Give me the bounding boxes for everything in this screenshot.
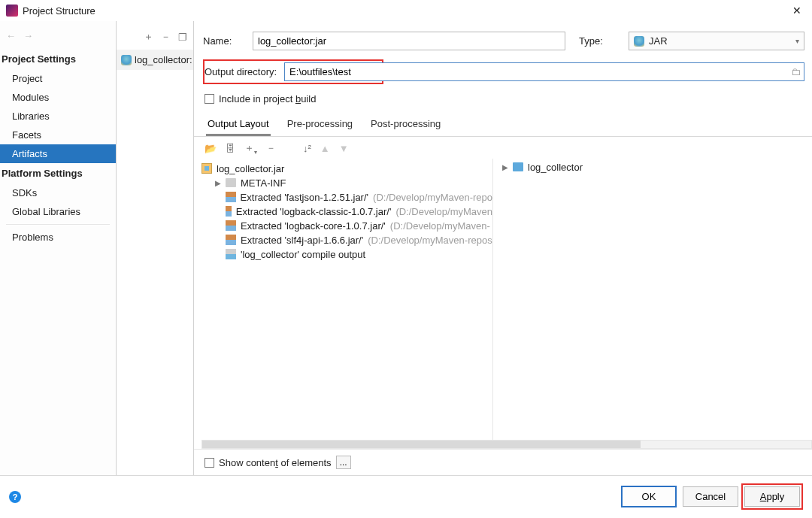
tree-meta-inf[interactable]: ▶ META-INF [201,176,492,190]
artifact-toolbar: ＋ － ❐ [117,21,193,50]
available-module[interactable]: ▶ log_collector [502,159,804,174]
expand-icon[interactable]: ▶ [502,163,508,171]
window-title: Project Structure [23,5,95,17]
extracted-icon [226,192,236,202]
nav-back-icon[interactable]: ← [6,30,16,41]
artifact-icon [121,55,132,65]
tree-toolbar: 📂 🗄 ＋▾ － ↓² ▲ ▼ [194,137,812,159]
dialog-footer: ? OK Cancel Apply [0,475,812,517]
name-input[interactable] [253,32,565,50]
section-header-project-settings: Project Settings [0,49,116,69]
sidebar-item-project[interactable]: Project [0,69,116,88]
artifact-detail-panel: Name: Type: JAR ▾ Output directory: E:\o… [194,21,812,475]
divider [6,224,110,225]
apply-button[interactable]: Apply [744,486,800,507]
remove-element-icon[interactable]: － [266,141,276,155]
tree-row[interactable]: Extracted 'fastjson-1.2.51.jar/' (D:/Dev… [201,190,492,204]
sidebar-item-facets[interactable]: Facets [0,126,116,144]
browse-folder-icon[interactable]: 🗀 [787,66,804,77]
tree-row[interactable]: Extracted 'logback-classic-1.0.7.jar/' (… [201,204,492,219]
extracted-icon [226,235,236,245]
add-archive-icon[interactable]: 🗄 [226,143,235,154]
tree-row[interactable]: Extracted 'logback-core-1.0.7.jar/' (D:/… [201,219,492,233]
tree-compile-output[interactable]: 'log_collector' compile output [201,247,492,262]
output-directory-label: Output directory: [205,66,277,77]
remove-icon[interactable]: － [161,30,171,44]
name-label: Name: [203,35,247,47]
sidebar: ← → Project Settings Project Modules Lib… [0,21,117,475]
add-icon[interactable]: ＋ [144,30,153,44]
include-build-label: Include in project build [219,93,316,105]
module-icon [513,162,523,171]
jar-icon [201,163,212,174]
tree-root[interactable]: log_collector.jar [201,162,492,176]
include-build-checkbox[interactable] [205,94,214,104]
sort-icon[interactable]: ↓² [303,143,311,154]
tab-pre-processing[interactable]: Pre-processing [286,114,354,136]
available-elements-panel: Available Elements ? ▶ log_collector [493,159,812,440]
add-folder-icon[interactable]: 📂 [205,143,217,154]
tree-row[interactable]: Extracted 'slf4j-api-1.6.6.jar/' (D:/Dev… [201,233,492,247]
artifact-list-item[interactable]: log_collector: [117,50,193,70]
tab-post-processing[interactable]: Post-processing [369,114,442,136]
output-directory-input[interactable] [285,63,787,80]
folder-icon [226,178,236,187]
output-layout-tree[interactable]: log_collector.jar ▶ META-INF Extracted '… [194,159,493,440]
move-down-icon[interactable]: ▼ [339,143,349,154]
copy-icon[interactable]: ❐ [178,32,187,43]
sidebar-item-sdks[interactable]: SDKs [0,183,116,202]
chevron-down-icon: ▾ [795,37,799,45]
app-icon [6,5,18,17]
titlebar: Project Structure ✕ [0,0,812,21]
detail-tabs: Output Layout Pre-processing Post-proces… [194,109,812,137]
sidebar-item-libraries[interactable]: Libraries [0,107,116,126]
show-content-options-button[interactable]: ... [336,456,351,469]
horizontal-scrollbar[interactable] [201,440,812,449]
sidebar-item-global-libraries[interactable]: Global Libraries [0,202,116,221]
output-directory-field[interactable]: 🗀 [284,62,804,81]
type-select[interactable]: JAR ▾ [629,32,804,50]
show-content-label: Show content of elements [219,457,332,468]
section-header-platform-settings: Platform Settings [0,163,116,183]
sidebar-item-modules[interactable]: Modules [0,88,116,107]
jar-type-icon [634,36,644,47]
extracted-icon [226,206,232,217]
tab-output-layout[interactable]: Output Layout [206,114,271,136]
type-label: Type: [579,35,623,47]
extracted-icon [226,220,236,231]
expand-icon[interactable]: ▶ [215,179,221,187]
move-up-icon[interactable]: ▲ [320,143,330,154]
artifact-list-item-label: log_collector: [135,54,192,65]
type-value: JAR [649,35,668,47]
nav-forward-icon[interactable]: → [23,30,33,41]
sidebar-item-problems[interactable]: Problems [0,228,116,247]
ok-button[interactable]: OK [621,486,677,507]
close-icon[interactable]: ✕ [788,3,806,18]
artifact-list-panel: ＋ － ❐ log_collector: [117,21,194,475]
show-content-checkbox[interactable] [205,458,214,468]
add-element-icon[interactable]: ＋▾ [244,141,257,156]
compile-output-icon [226,249,236,259]
cancel-button[interactable]: Cancel [683,486,738,507]
dialog-help-icon[interactable]: ? [9,491,21,503]
nav-arrows: ← → [0,21,116,49]
sidebar-item-artifacts[interactable]: Artifacts [0,144,116,163]
